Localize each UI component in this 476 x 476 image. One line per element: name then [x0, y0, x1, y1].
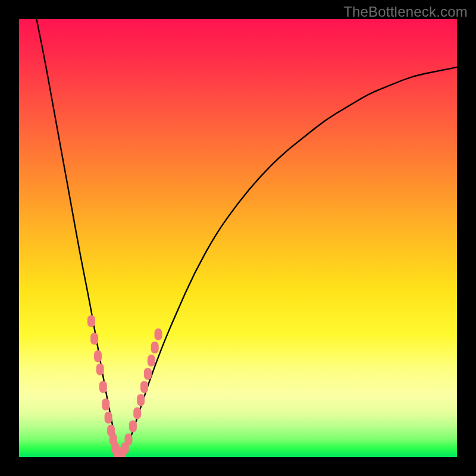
sample-point — [148, 355, 155, 367]
sample-point — [144, 368, 152, 380]
marker-group — [87, 315, 162, 457]
sample-point — [137, 394, 145, 406]
sample-point — [102, 399, 109, 411]
sample-point — [96, 364, 104, 375]
sample-point — [133, 407, 141, 419]
bottleneck-chart-svg — [19, 19, 457, 457]
sample-point — [87, 315, 95, 327]
sample-point — [99, 381, 107, 393]
sample-point — [151, 342, 159, 353]
outer-frame: TheBottleneck.com — [0, 0, 476, 476]
sample-point — [155, 328, 162, 340]
plot-area — [19, 19, 457, 457]
sample-point — [140, 381, 148, 393]
sample-point — [105, 412, 112, 424]
watermark-text: TheBottleneck.com — [343, 4, 468, 20]
sample-point — [129, 421, 137, 433]
sample-point — [125, 434, 133, 446]
sample-point — [90, 333, 98, 345]
sample-point — [94, 350, 102, 362]
